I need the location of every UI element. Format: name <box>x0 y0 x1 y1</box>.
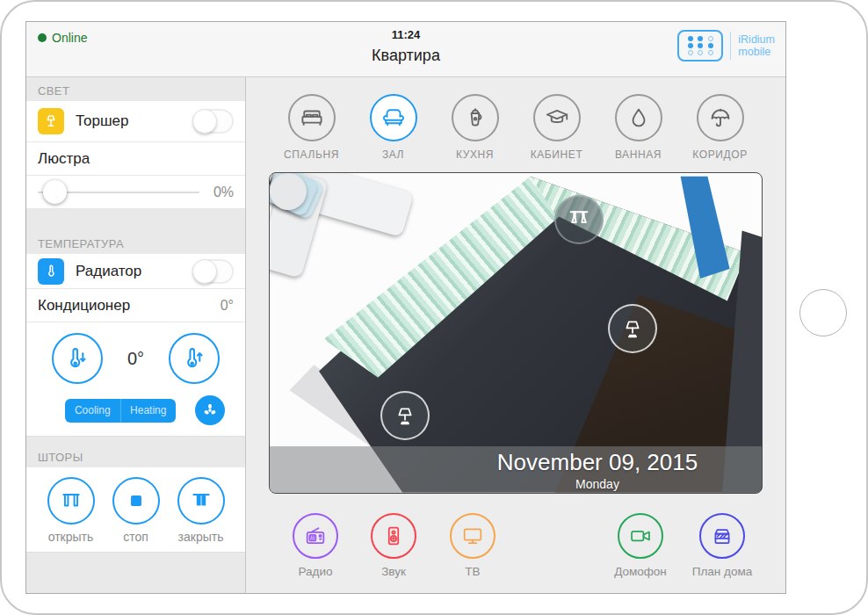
curtains-open-button[interactable] <box>47 477 95 525</box>
house-plan-label: План дома <box>687 565 757 578</box>
logo-divider <box>730 32 731 60</box>
curtains-close-button[interactable] <box>177 477 225 525</box>
climate-controls: 0° Cooling Heating <box>26 322 245 437</box>
intercom-button[interactable]: Домофон <box>605 513 676 578</box>
app-screen: Online 11:24 Квартира iRidium mobile <box>25 21 786 594</box>
curtain-controls: открыть стоп закры <box>26 467 245 553</box>
logo-text: iRidium mobile <box>738 33 775 59</box>
date-strip: November 09, 2015 Monday <box>270 446 762 493</box>
tab-living-room[interactable]: ЗАЛ <box>368 94 419 161</box>
tab-bedroom[interactable]: СПАЛЬНЯ <box>286 94 337 161</box>
slider-thumb[interactable] <box>43 180 67 204</box>
torcher-toggle[interactable] <box>192 109 234 134</box>
torcher-label: Торшер <box>76 112 129 130</box>
tv-button[interactable]: ТВ <box>438 513 508 578</box>
sofa-icon <box>370 94 417 141</box>
curtains-close-label: закрыть <box>177 530 225 544</box>
curtains-badge[interactable] <box>554 195 604 244</box>
graduation-cap-icon <box>533 94 581 141</box>
tab-office-label: КАБИНЕТ <box>531 148 583 161</box>
house-plan-button[interactable]: План дома <box>687 513 757 578</box>
lamp-badge[interactable] <box>608 304 657 353</box>
iridium-logo-icon <box>677 30 723 62</box>
sidebar: СВЕТ Торшер Люстра <box>26 77 246 593</box>
page-title: Квартира <box>26 47 785 65</box>
radiator-label: Радиатор <box>76 263 141 280</box>
temp-up-button[interactable] <box>169 333 220 384</box>
tv-icon <box>450 513 495 559</box>
main-panel: СПАЛЬНЯ ЗАЛ <box>246 77 785 593</box>
curtains-stop-label: стоп <box>112 530 160 544</box>
section-header-curtains: ШТОРЫ <box>26 444 245 467</box>
heating-segment[interactable]: Heating <box>120 399 177 423</box>
conditioner-value: 0° <box>221 298 234 314</box>
house-plan-icon <box>699 513 745 559</box>
chandelier-slider[interactable] <box>38 192 199 193</box>
conditioner-row: Кондиционер 0° <box>26 289 245 322</box>
tab-corridor[interactable]: КОРИДОР <box>695 94 746 161</box>
chandelier-slider-row: 0% <box>26 176 245 209</box>
torcher-row: Торшер <box>26 101 245 142</box>
cooling-segment[interactable]: Cooling <box>65 399 120 423</box>
lamp-badge[interactable] <box>380 391 430 440</box>
chandelier-row: Люстра <box>26 142 245 176</box>
thermometer-icon <box>38 258 64 285</box>
date-text: November 09, 2015 <box>452 449 742 476</box>
room-render <box>270 173 762 493</box>
section-header-light: СВЕТ <box>26 77 245 101</box>
section-header-temperature: ТЕМПЕРАТУРА <box>26 230 245 254</box>
bed-icon <box>288 94 336 141</box>
top-bar: Online 11:24 Квартира iRidium mobile <box>26 22 785 77</box>
tab-bathroom-label: ВАННАЯ <box>615 148 662 161</box>
sound-label: Звук <box>358 565 429 578</box>
temp-down-button[interactable] <box>52 333 103 384</box>
room-view-image: November 09, 2015 Monday <box>269 172 763 494</box>
iridium-logo: iRidium mobile <box>677 30 775 62</box>
video-camera-icon <box>618 513 663 559</box>
room-tabs: СПАЛЬНЯ ЗАЛ <box>286 94 746 161</box>
conditioner-label: Кондиционер <box>38 297 130 315</box>
radiator-row: Радиатор <box>26 254 245 289</box>
umbrella-icon <box>697 94 744 141</box>
radio-icon <box>293 513 338 559</box>
tv-label: ТВ <box>438 565 508 578</box>
fan-button[interactable] <box>195 395 225 425</box>
speaker-icon <box>371 513 416 559</box>
home-button[interactable] <box>799 289 847 336</box>
tablet-frame: Online 11:24 Квартира iRidium mobile <box>0 0 868 615</box>
bottom-buttons: Радио Звук <box>246 513 785 593</box>
floor-lamp-icon <box>38 108 64 134</box>
curtains-open-label: открыть <box>47 530 95 544</box>
chandelier-label: Люстра <box>38 150 90 168</box>
mode-segmented-control: Cooling Heating <box>65 399 176 423</box>
tab-corridor-label: КОРИДОР <box>692 148 747 161</box>
kettle-icon <box>452 94 499 141</box>
clock: 11:24 <box>26 28 785 41</box>
weekday-text: Monday <box>452 477 742 491</box>
chandelier-value: 0% <box>213 184 234 200</box>
tab-office[interactable]: КАБИНЕТ <box>532 94 582 161</box>
curtains-stop-button[interactable] <box>112 477 160 525</box>
tab-kitchen-label: КУХНЯ <box>456 148 494 161</box>
tab-bathroom[interactable]: ВАННАЯ <box>613 94 664 161</box>
tab-bedroom-label: СПАЛЬНЯ <box>284 148 339 161</box>
intercom-label: Домофон <box>605 565 676 578</box>
water-drop-icon <box>615 94 662 141</box>
sound-button[interactable]: Звук <box>358 513 429 578</box>
temperature-setpoint: 0° <box>127 349 144 369</box>
tab-living-room-label: ЗАЛ <box>382 148 404 161</box>
radiator-toggle[interactable] <box>192 259 234 284</box>
radio-label: Радио <box>280 565 351 578</box>
tab-kitchen[interactable]: КУХНЯ <box>450 94 501 161</box>
radio-button[interactable]: Радио <box>280 513 351 578</box>
